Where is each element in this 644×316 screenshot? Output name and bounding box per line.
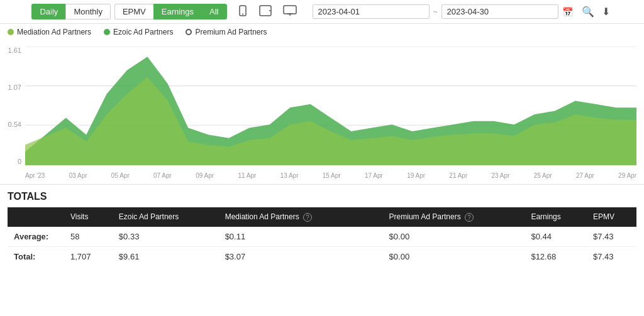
- x-label-11: 23 Apr: [492, 172, 510, 179]
- premium-label: Premium Ad Partners: [195, 28, 267, 36]
- total-col-empty: [364, 246, 382, 266]
- average-earnings: $0.44: [525, 227, 587, 247]
- x-label-13: 27 Apr: [576, 172, 594, 179]
- device-selector: [233, 3, 301, 21]
- view-toggle: Daily Monthly: [31, 4, 110, 19]
- tablet-btn[interactable]: [255, 3, 276, 21]
- total-premium: $0.00: [383, 246, 525, 266]
- toolbar: Daily Monthly EPMV Earnings All 2023-04-…: [0, 0, 644, 24]
- totals-tbody: Average: 58 $0.33 $0.11 $0.00 $0.44 $7.4…: [8, 227, 636, 266]
- epmv-btn[interactable]: EPMV: [114, 4, 153, 19]
- date-range: 2023-04-01 ~ 2023-04-30 📅: [313, 4, 573, 19]
- date-end-input[interactable]: 2023-04-30: [441, 4, 558, 19]
- mediation-dot: [8, 29, 14, 35]
- totals-section: TOTALS Visits Ezoic Ad Partners Mediatio…: [0, 185, 644, 273]
- date-separator: ~: [433, 8, 438, 16]
- y-label-mid2: 0.54: [0, 121, 21, 128]
- premium-help-icon[interactable]: ?: [465, 213, 474, 222]
- calendar-icon[interactable]: 📅: [562, 7, 573, 17]
- x-label-0: Apr '23: [25, 172, 45, 179]
- average-label: Average:: [8, 227, 64, 247]
- svg-point-3: [269, 10, 270, 11]
- total-visits: 1,707: [64, 246, 113, 266]
- col-ezoic-header: Ezoic Ad Partners: [113, 207, 219, 227]
- x-label-1: 03 Apr: [69, 172, 87, 179]
- desktop-btn[interactable]: [279, 3, 301, 21]
- y-label-mid1: 1.07: [0, 84, 21, 91]
- average-visits: 58: [64, 227, 113, 247]
- average-mediation: $0.11: [219, 227, 365, 247]
- chart-container: 1.61 1.07 0.54 0 Apr '23 03 Apr 05 Apr 0…: [0, 40, 644, 185]
- ezoic-dot: [104, 29, 110, 35]
- x-label-6: 13 Apr: [280, 172, 299, 179]
- all-btn[interactable]: All: [201, 4, 226, 19]
- ezoic-label: Ezoic Ad Partners: [113, 28, 173, 36]
- monthly-btn[interactable]: Monthly: [65, 4, 111, 19]
- col-mediation-header: Mediation Ad Partners ?: [219, 207, 365, 227]
- download-btn[interactable]: ⬇: [599, 4, 613, 19]
- x-label-3: 07 Apr: [153, 172, 172, 179]
- search-btn[interactable]: 🔍: [579, 4, 597, 19]
- total-ezoic: $9.61: [113, 246, 219, 266]
- average-epmv: $7.43: [587, 227, 636, 247]
- legend-mediation: Mediation Ad Partners: [8, 28, 91, 36]
- totals-title: TOTALS: [8, 191, 636, 202]
- col-premium2-header: Premium Ad Partners ?: [383, 207, 525, 227]
- y-axis-labels: 1.61 1.07 0.54 0: [0, 46, 24, 165]
- legend-ezoic: Ezoic Ad Partners: [104, 28, 173, 36]
- total-mediation: $3.07: [219, 246, 365, 266]
- chart-svg-area: Apr '23 03 Apr 05 Apr 07 Apr 09 Apr 11 A…: [25, 46, 636, 165]
- x-label-4: 09 Apr: [196, 172, 214, 179]
- legend-premium: Premium Ad Partners: [186, 28, 267, 36]
- toolbar-actions: 🔍 ⬇: [579, 4, 613, 19]
- col-visits-header: Visits: [64, 207, 113, 227]
- svg-rect-4: [284, 6, 296, 14]
- total-earnings: $12.68: [525, 246, 587, 266]
- x-label-10: 21 Apr: [449, 172, 467, 179]
- x-label-9: 19 Apr: [407, 172, 425, 179]
- mediation-help-icon[interactable]: ?: [303, 213, 312, 222]
- average-row: Average: 58 $0.33 $0.11 $0.00 $0.44 $7.4…: [8, 227, 636, 247]
- x-label-2: 05 Apr: [111, 172, 130, 179]
- x-label-14: 29 Apr: [618, 172, 636, 179]
- y-label-bottom: 0: [0, 158, 21, 165]
- earnings-btn[interactable]: Earnings: [153, 4, 201, 19]
- col-earnings-header: Earnings: [525, 207, 587, 227]
- premium-dot: [186, 29, 192, 35]
- date-start-input[interactable]: 2023-04-01: [313, 4, 430, 19]
- total-label: Total:: [8, 246, 64, 266]
- x-label-5: 11 Apr: [238, 172, 256, 179]
- chart-legend: Mediation Ad Partners Ezoic Ad Partners …: [0, 24, 644, 40]
- mediation-label: Mediation Ad Partners: [17, 28, 91, 36]
- x-label-8: 17 Apr: [365, 172, 383, 179]
- x-label-7: 15 Apr: [323, 172, 341, 179]
- average-premium: $0.00: [383, 227, 525, 247]
- mobile-btn[interactable]: [233, 3, 252, 21]
- chart-svg: [25, 46, 636, 165]
- x-label-12: 25 Apr: [534, 172, 552, 179]
- x-axis-labels: Apr '23 03 Apr 05 Apr 07 Apr 09 Apr 11 A…: [25, 170, 636, 179]
- metric-toggle: EPMV Earnings All: [114, 4, 227, 19]
- totals-header-row: Visits Ezoic Ad Partners Mediation Ad Pa…: [8, 207, 636, 227]
- totals-table: Visits Ezoic Ad Partners Mediation Ad Pa…: [8, 207, 636, 266]
- total-epmv: $7.43: [587, 246, 636, 266]
- totals-thead: Visits Ezoic Ad Partners Mediation Ad Pa…: [8, 207, 636, 227]
- y-label-top: 1.61: [0, 46, 21, 54]
- svg-point-1: [242, 14, 243, 15]
- average-col-empty: [364, 227, 382, 247]
- average-ezoic: $0.33: [113, 227, 219, 247]
- daily-btn[interactable]: Daily: [31, 4, 65, 19]
- total-row: Total: 1,707 $9.61 $3.07 $0.00 $12.68 $7…: [8, 246, 636, 266]
- col-label-header: [8, 207, 64, 227]
- col-premium-header: [364, 207, 382, 227]
- col-epmv-header: EPMV: [587, 207, 636, 227]
